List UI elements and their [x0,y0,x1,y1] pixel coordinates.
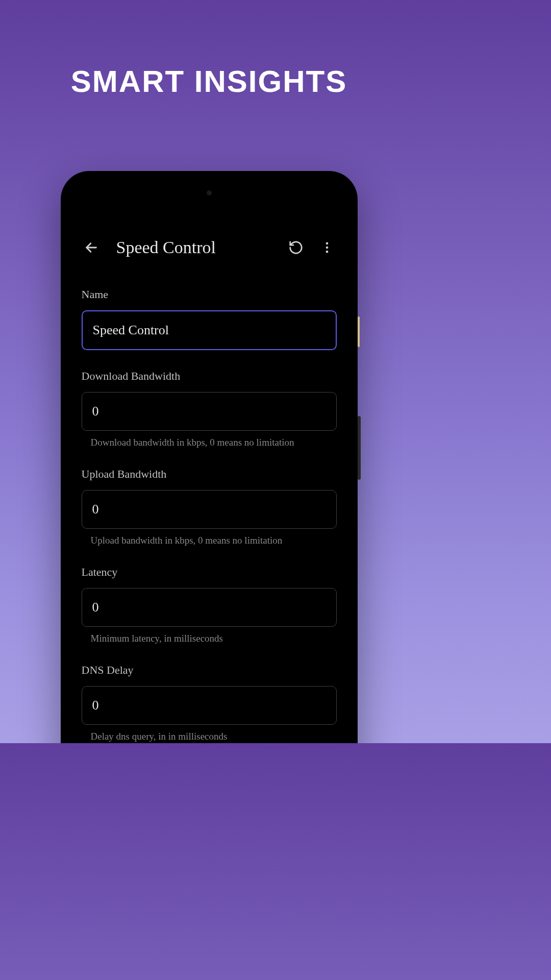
refresh-button[interactable] [288,240,304,255]
back-button[interactable] [84,240,98,255]
latency-form-group: Latency Minimum latency, in milliseconds [82,566,337,644]
phone-screen: Speed Control [69,179,349,743]
name-input[interactable] [82,310,337,350]
refresh-icon [288,240,304,255]
more-vertical-icon [320,240,334,255]
toolbar-right [288,240,334,255]
dns-delay-input[interactable] [82,686,337,725]
upload-hint: Upload bandwidth in kbps, 0 means no lim… [82,535,337,546]
dns-delay-label: DNS Delay [82,664,337,677]
download-label: Download Bandwidth [82,370,337,383]
arrow-left-icon [84,240,98,255]
upload-label: Upload Bandwidth [82,468,337,481]
toolbar-left: Speed Control [84,238,216,257]
upload-form-group: Upload Bandwidth Upload bandwidth in kbp… [82,468,337,546]
phone-power-button [358,316,360,347]
svg-point-2 [325,247,328,249]
hero-title: SMART INSIGHTS [0,0,418,99]
download-hint: Download bandwidth in kbps, 0 means no l… [82,437,337,448]
download-form-group: Download Bandwidth Download bandwidth in… [82,370,337,448]
svg-point-1 [325,242,328,245]
dns-delay-hint: Delay dns query, in in milliseconds [82,731,337,742]
more-options-button[interactable] [320,240,334,255]
phone-frame: Speed Control [61,171,358,743]
app-toolbar: Speed Control [82,238,337,257]
svg-point-3 [325,251,328,253]
toolbar-title: Speed Control [116,238,216,257]
dns-delay-form-group: DNS Delay Delay dns query, in in millise… [82,664,337,742]
app-content: Speed Control [69,179,349,742]
download-input[interactable] [82,392,337,431]
latency-hint: Minimum latency, in milliseconds [82,633,337,644]
phone-camera-dot [207,190,212,195]
name-label: Name [82,288,337,301]
latency-label: Latency [82,566,337,579]
name-form-group: Name [82,288,337,350]
phone-volume-button [358,416,361,480]
upload-input[interactable] [82,490,337,529]
latency-input[interactable] [82,588,337,627]
